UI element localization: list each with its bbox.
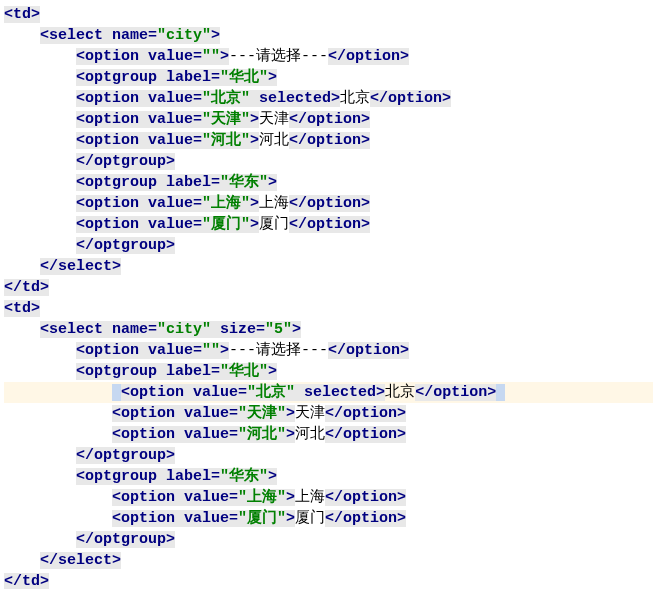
code-line: <option value="天津">天津</option> [4,403,653,424]
code-line: <optgroup label="华东"> [4,172,653,193]
code-line: <td> [4,298,653,319]
code-line: <select name="city" size="5"> [4,319,653,340]
code-line: <option value="上海">上海</option> [4,487,653,508]
code-line: <option value="">---请选择---</option> [4,340,653,361]
code-line: </optgroup> [4,529,653,550]
code-line: <optgroup label="华东"> [4,466,653,487]
code-block: <td> <select name="city"> <option value=… [4,4,653,589]
code-line: <optgroup label="华北"> [4,67,653,88]
code-line: <select name="city"> [4,25,653,46]
code-line: <option value="河北">河北</option> [4,424,653,445]
selection-start [112,384,121,401]
code-line: </optgroup> [4,235,653,256]
code-line: </td> [4,571,653,589]
code-line: <option value="">---请选择---</option> [4,46,653,67]
code-line: <option value="上海">上海</option> [4,193,653,214]
code-line: </td> [4,277,653,298]
code-line: <option value="河北">河北</option> [4,130,653,151]
code-line: </optgroup> [4,151,653,172]
code-line: </select> [4,550,653,571]
code-line: <td> [4,4,653,25]
code-line: </optgroup> [4,445,653,466]
code-line: <option value="天津">天津</option> [4,109,653,130]
highlighted-line: <option value="北京" selected>北京</option> [4,382,653,403]
selection-end [496,384,505,401]
code-line: <optgroup label="华北"> [4,361,653,382]
code-line: <option value="北京" selected>北京</option> [4,88,653,109]
code-line: </select> [4,256,653,277]
code-line: <option value="厦门">厦门</option> [4,214,653,235]
code-line: <option value="厦门">厦门</option> [4,508,653,529]
